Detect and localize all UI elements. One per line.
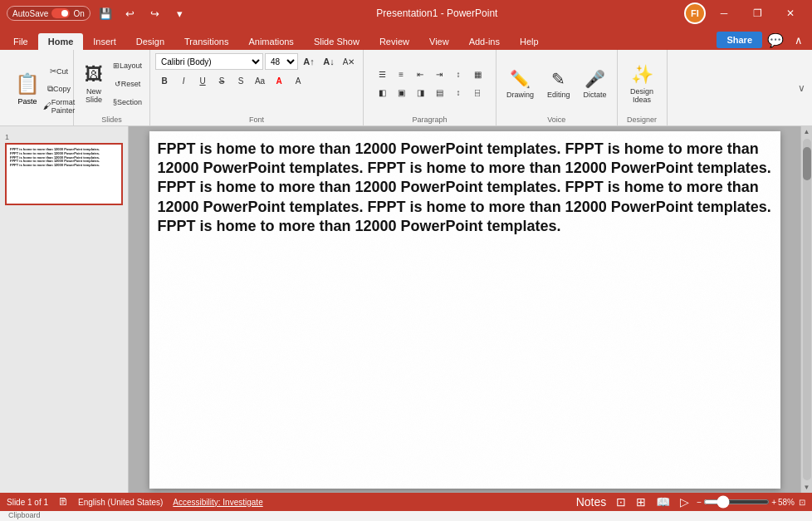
close-button[interactable]: ✕ xyxy=(775,0,805,27)
window-title: Presentation1 - PowerPoint xyxy=(190,7,684,19)
reset-button[interactable]: ↺ Reset xyxy=(110,76,144,92)
tab-help[interactable]: Help xyxy=(510,33,549,50)
voice-group: ✏️ Drawing ✎ Editing 🎤 Dictate Voice xyxy=(496,50,618,125)
accessibility-label[interactable]: Accessibility: Investigate xyxy=(173,498,262,507)
paste-button[interactable]: 📋 Paste xyxy=(8,69,46,109)
scrollbar-track[interactable] xyxy=(803,139,811,480)
shadow-button[interactable]: S xyxy=(232,72,250,89)
decrease-indent-button[interactable]: ⇤ xyxy=(411,66,429,83)
format-painter-button[interactable]: 🖌 Format Painter xyxy=(50,98,68,115)
align-right-button[interactable]: ◨ xyxy=(411,85,429,101)
bullets-button[interactable]: ☰ xyxy=(373,66,391,83)
line-spacing-button[interactable]: ↕ xyxy=(449,85,467,101)
change-case-button[interactable]: Aa xyxy=(251,72,269,89)
drawing-button[interactable]: ✏️ Drawing xyxy=(501,66,539,101)
bold-button[interactable]: B xyxy=(155,72,174,89)
font-name-select[interactable]: Calibri (Body) xyxy=(155,53,263,70)
slide-text[interactable]: FPPT is home to more than 12000 PowerPoi… xyxy=(149,131,780,489)
decrease-font-button[interactable]: A↓ xyxy=(320,53,338,70)
slides-group-label: Slides xyxy=(101,116,122,124)
tab-slideshow[interactable]: Slide Show xyxy=(304,33,369,50)
text-direction-button[interactable]: ↕ xyxy=(449,66,467,83)
numbered-list-button[interactable]: ≡ xyxy=(392,66,410,83)
slide-thumbnail[interactable]: FPPT is home to more than 12000 PowerPoi… xyxy=(5,143,123,205)
columns-button[interactable]: ▦ xyxy=(468,66,487,83)
clipboard-sub: ✂ Cut ⧉ Copy 🖌 Format Painter xyxy=(50,63,68,115)
comments-button[interactable]: 💬 xyxy=(766,30,785,50)
slideshow-button[interactable]: ▷ xyxy=(677,494,692,509)
avatar: FI xyxy=(684,2,706,24)
zoom-slider[interactable] xyxy=(703,499,770,504)
tab-animations[interactable]: Animations xyxy=(238,33,303,50)
tab-view[interactable]: View xyxy=(419,33,459,50)
zoom-level: 58% xyxy=(778,498,795,507)
design-ideas-label: Design Ideas xyxy=(630,87,653,104)
new-slide-icon: 🖼 xyxy=(85,64,103,86)
statusbar: Slide 1 of 1 🖹 English (United States) A… xyxy=(0,493,812,511)
restore-button[interactable]: ❐ xyxy=(742,0,772,27)
strikethrough-button[interactable]: S xyxy=(213,72,231,89)
slide-sorter-button[interactable]: ⊞ xyxy=(633,494,648,509)
ribbon: 📋 Paste ✂ Cut ⧉ Copy 🖌 Format Painter Cl… xyxy=(0,50,812,126)
minimize-button[interactable]: ─ xyxy=(709,0,739,27)
zoom-out-icon[interactable]: − xyxy=(697,498,702,507)
increase-font-button[interactable]: A↑ xyxy=(300,53,318,70)
save-button[interactable]: 💾 xyxy=(95,3,115,23)
underline-button[interactable]: U xyxy=(193,72,212,89)
font-color-button[interactable]: A xyxy=(270,72,288,89)
fit-to-window-button[interactable]: ⊡ xyxy=(799,498,805,507)
slide-number-label: 1 xyxy=(5,133,123,141)
align-left-button[interactable]: ◧ xyxy=(373,85,391,101)
autosave-toggle[interactable]: AutoSave On xyxy=(7,6,90,21)
ribbon-expander: ∨ xyxy=(798,50,809,125)
layout-button[interactable]: ⊞ Layout xyxy=(110,57,144,74)
design-ideas-button[interactable]: ✨ Design Ideas xyxy=(625,61,658,106)
tab-insert[interactable]: Insert xyxy=(83,33,126,50)
undo-button[interactable]: ↩ xyxy=(120,3,140,23)
ribbon-collapse-button[interactable]: ∧ xyxy=(789,30,809,50)
slide-panel: 1 FPPT is home to more than 12000 PowerP… xyxy=(0,126,129,493)
align-center-button[interactable]: ▣ xyxy=(392,85,410,101)
editing-label: Editing xyxy=(547,91,570,99)
autosave-switch[interactable] xyxy=(51,8,70,18)
reading-view-button[interactable]: 📖 xyxy=(653,494,673,509)
cut-button[interactable]: ✂ Cut xyxy=(50,63,68,80)
tab-addins[interactable]: Add-ins xyxy=(459,33,510,50)
scroll-down-button[interactable]: ▼ xyxy=(802,482,812,493)
tab-review[interactable]: Review xyxy=(369,33,419,50)
titlebar-left: AutoSave On 💾 ↩ ↪ ▾ xyxy=(7,3,190,23)
new-slide-button[interactable]: 🖼 New Slide xyxy=(79,61,109,106)
editing-button[interactable]: ✎ Editing xyxy=(542,66,575,101)
normal-view-button[interactable]: ⊡ xyxy=(614,494,629,509)
expand-ribbon-button[interactable]: ∨ xyxy=(798,82,805,94)
italic-button[interactable]: I xyxy=(174,72,193,89)
section-button[interactable]: § Section xyxy=(110,94,144,111)
scrollbar-thumb[interactable] xyxy=(803,147,811,180)
tab-file[interactable]: File xyxy=(3,33,38,50)
voice-controls: ✏️ Drawing ✎ Editing 🎤 Dictate xyxy=(501,53,612,114)
copy-button[interactable]: ⧉ Copy xyxy=(50,81,68,97)
font-size-select[interactable]: 48 xyxy=(265,53,298,70)
increase-indent-button[interactable]: ⇥ xyxy=(430,66,448,83)
quick-access-button[interactable]: ▾ xyxy=(170,3,190,23)
paragraph-controls: ☰ ≡ ⇤ ⇥ ↕ ▦ ◧ ▣ ◨ ▤ ↕ ⌸ xyxy=(373,53,487,114)
canvas-scrollbar[interactable]: ▲ ▼ xyxy=(800,126,812,493)
design-ideas-icon: ✨ xyxy=(631,64,653,86)
drawing-label: Drawing xyxy=(506,91,534,99)
highlight-color-button[interactable]: A xyxy=(289,72,307,89)
canvas-area[interactable]: FPPT is home to more than 12000 PowerPoi… xyxy=(129,126,800,493)
redo-button[interactable]: ↪ xyxy=(145,3,165,23)
scroll-up-button[interactable]: ▲ xyxy=(802,126,812,137)
tab-design[interactable]: Design xyxy=(126,33,174,50)
paste-icon: 📋 xyxy=(15,72,40,96)
slide-canvas[interactable]: FPPT is home to more than 12000 PowerPoi… xyxy=(149,131,780,489)
dictate-button[interactable]: 🎤 Dictate xyxy=(579,66,612,101)
justify-button[interactable]: ▤ xyxy=(430,85,448,101)
clear-format-button[interactable]: A✕ xyxy=(340,53,358,70)
tab-home[interactable]: Home xyxy=(38,33,84,50)
smartart-button[interactable]: ⌸ xyxy=(468,85,487,101)
tab-transitions[interactable]: Transitions xyxy=(174,33,238,50)
notes-button[interactable]: Notes xyxy=(574,494,609,509)
share-button[interactable]: Share xyxy=(717,32,762,48)
zoom-in-icon[interactable]: + xyxy=(771,498,776,507)
